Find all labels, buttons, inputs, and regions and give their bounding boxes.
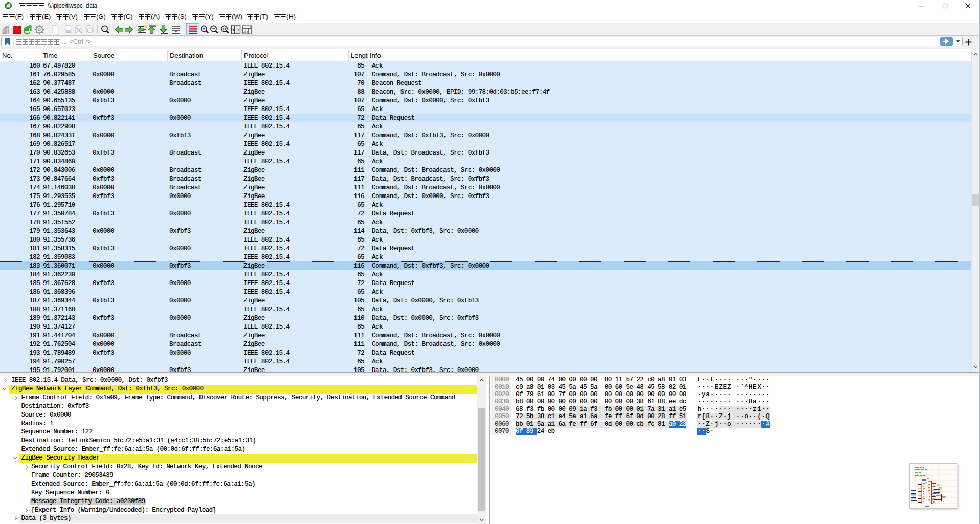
svg-text:010: 010 (66, 31, 71, 33)
svg-text:3: 3 (247, 30, 248, 33)
svg-text:1: 1 (250, 26, 251, 29)
svg-text:2: 2 (243, 30, 245, 33)
